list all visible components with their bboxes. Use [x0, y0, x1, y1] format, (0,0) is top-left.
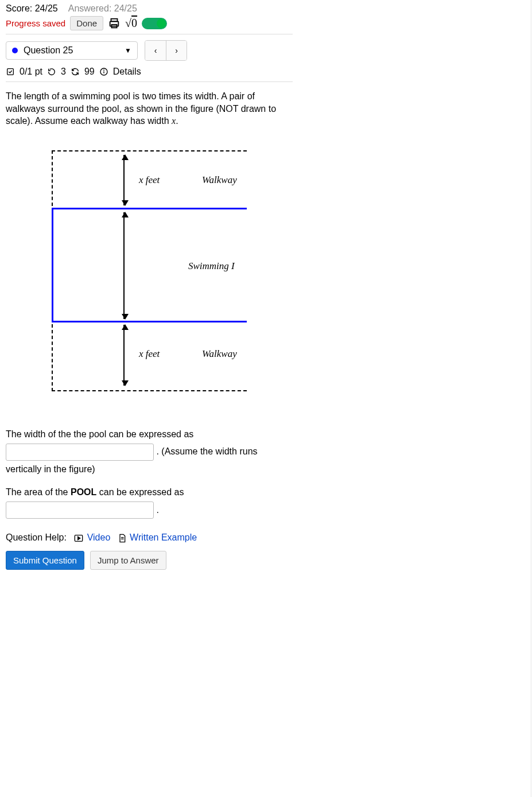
question-prompt: The length of a swimming pool is two tim…: [6, 90, 293, 127]
width-suffix: . (Assume the width runs: [156, 446, 257, 456]
video-link[interactable]: Video: [87, 532, 111, 542]
question-selector[interactable]: Question 25 ▼: [6, 41, 138, 60]
info-icon: [99, 67, 108, 76]
video-icon: [74, 534, 83, 542]
answered-text: Answered: 24/25: [68, 3, 137, 14]
toggle-switch[interactable]: [142, 18, 167, 29]
prev-question-button[interactable]: ‹: [145, 41, 166, 60]
svg-rect-3: [7, 69, 14, 75]
area-question-text: The area of the POOL can be expressed as: [6, 484, 293, 501]
figure-label-walkway-top: Walkway: [202, 174, 237, 186]
next-question-button[interactable]: ›: [166, 41, 187, 60]
svg-point-6: [103, 70, 104, 71]
area-suffix: .: [156, 505, 158, 515]
reattempts-text: 99: [84, 67, 95, 77]
figure-label-xfeet-top: x feet: [139, 174, 160, 186]
pool-figure: x feet Walkway Swimming I x feet Walkway: [52, 150, 247, 391]
retries-text: 3: [61, 67, 66, 77]
figure-label-xfeet-bottom: x feet: [139, 348, 160, 360]
help-label: Question Help:: [6, 532, 67, 542]
chevron-down-icon: ▼: [125, 46, 131, 55]
figure-label-pool: Swimming I: [188, 261, 235, 272]
points-text: 0/1 pt: [20, 67, 42, 77]
progress-saved: Progress saved: [6, 18, 65, 28]
status-dot-icon: [12, 48, 18, 53]
question-selector-label: Question 25: [24, 45, 73, 56]
done-button[interactable]: Done: [70, 16, 103, 30]
written-example-link[interactable]: Written Example: [130, 532, 197, 542]
area-input[interactable]: [6, 501, 154, 519]
score-text: Score: 24/25: [6, 3, 58, 14]
print-icon[interactable]: [108, 17, 121, 30]
details-link[interactable]: Details: [113, 67, 141, 77]
submit-button[interactable]: Submit Question: [6, 551, 84, 570]
score-icon: [6, 67, 15, 76]
figure-label-walkway-bottom: Walkway: [202, 348, 237, 360]
width-input[interactable]: [6, 444, 154, 461]
width-continuation: vertically in the figure): [6, 461, 293, 478]
width-question-text: The width of the the pool can be express…: [6, 426, 293, 443]
retry-icon: [47, 67, 56, 76]
reattempt-icon: [71, 67, 80, 76]
document-icon: [118, 534, 126, 543]
jump-answer-button[interactable]: Jump to Answer: [90, 551, 166, 570]
math-mode-icon[interactable]: √0: [125, 17, 137, 30]
